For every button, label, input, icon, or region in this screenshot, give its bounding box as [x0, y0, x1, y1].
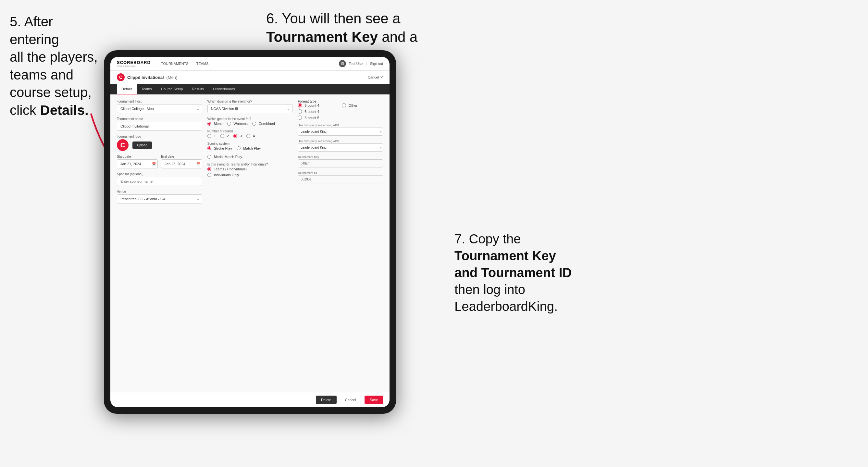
gender-combined-radio[interactable] [252, 122, 256, 126]
tournament-name-field: Tournament name [117, 117, 202, 131]
format-left-col: 5 count 4 6 count 4 6 count 5 [298, 103, 339, 120]
format-6count4[interactable]: 6 count 4 [298, 110, 339, 114]
tournament-logo-icon: C [117, 73, 125, 81]
rounds-radio-group: 1 2 3 4 [208, 134, 293, 138]
gender-mens[interactable]: Mens [208, 122, 223, 126]
end-date-wrapper [161, 159, 202, 168]
individuals-only-radio[interactable] [208, 173, 211, 177]
rounds-3-radio[interactable] [234, 134, 237, 138]
gender-womens-radio[interactable] [227, 122, 231, 126]
tab-bar: Details Teams Course Setup Results Leade… [111, 84, 390, 94]
live-scoring1-field: Use third-party live scoring API? × [298, 124, 383, 136]
nav-teams[interactable]: TEAMS [196, 62, 209, 66]
annotation-copy-key: Tournament Key and Tournament ID [455, 249, 571, 280]
annotation-bottom-right: 7. Copy the Tournament Key and Tournamen… [455, 230, 636, 315]
teams-individuals-radio[interactable] [208, 167, 211, 171]
tournament-name-label: Tournament name [117, 117, 202, 121]
tournament-host-select[interactable]: Clippd College - Men [117, 104, 202, 113]
form-grid: Tournament Host Clippd College - Men Tou… [117, 100, 383, 204]
rounds-field: Number of rounds 1 2 [208, 129, 293, 138]
format-5count4[interactable]: 5 count 4 [298, 103, 339, 107]
scoring-field: Scoring system Stroke Play Match Play [208, 142, 293, 159]
rounds-3[interactable]: 3 [234, 134, 242, 138]
individuals-only[interactable]: Individuals Only [208, 173, 293, 177]
scoring-stroke-radio[interactable] [208, 146, 211, 150]
format-right-col: Other [342, 103, 383, 120]
format-5count4-radio[interactable] [298, 103, 302, 107]
division-select[interactable]: NCAA Division III [208, 104, 293, 113]
form-section-middle: Which division is the event for? NCAA Di… [208, 100, 293, 204]
save-button[interactable]: Save [365, 396, 383, 404]
tab-course-setup[interactable]: Course Setup [156, 84, 187, 94]
rounds-1[interactable]: 1 [208, 134, 216, 138]
scoring-medal-match-radio[interactable] [208, 155, 211, 159]
tournament-id-field: Tournament ID 302051 [298, 172, 383, 183]
rounds-4-radio[interactable] [246, 134, 250, 138]
tournament-host-select-wrapper: Clippd College - Men [117, 104, 202, 113]
rounds-4[interactable]: 4 [246, 134, 255, 138]
tournament-key-value: b4fb7 [298, 159, 383, 167]
rounds-2-radio[interactable] [220, 134, 224, 138]
tab-teams[interactable]: Teams [137, 84, 156, 94]
annotation-tournament-key: Tournament Key [266, 29, 378, 45]
end-date-input[interactable] [161, 159, 202, 168]
logo-area: SCOREBOARD Powered by clippd [117, 60, 151, 67]
format-other[interactable]: Other [342, 103, 383, 107]
tournament-host-field: Tournament Host Clippd College - Men [117, 100, 202, 113]
teams-individuals[interactable]: Teams (+Individuals) [208, 167, 293, 171]
live-scoring1-clear[interactable]: × [380, 130, 382, 133]
live-scoring2-input[interactable] [298, 144, 383, 152]
start-date-field: Start date [117, 155, 158, 168]
end-date-field: End date [161, 155, 202, 168]
division-select-wrapper: NCAA Division III [208, 104, 293, 113]
annotation-left: 5. After entering all the players, teams… [10, 13, 101, 119]
format-type-section: Format type 5 count 4 6 count 4 [298, 100, 383, 120]
annotation-bold-details: Details. [40, 102, 88, 118]
scoring-stroke[interactable]: Stroke Play [208, 146, 232, 150]
gender-womens[interactable]: Womens [227, 122, 248, 126]
scoring-label: Scoring system [208, 142, 293, 145]
tab-details[interactable]: Details [117, 84, 137, 94]
user-name: Test User [349, 62, 364, 66]
tablet-shell: SCOREBOARD Powered by clippd TOURNAMENTS… [104, 50, 396, 414]
sponsor-label: Sponsor (optional) [117, 172, 202, 176]
gender-combined[interactable]: Combined [252, 122, 275, 126]
rounds-2[interactable]: 2 [220, 134, 229, 138]
live-scoring1-wrapper: × [298, 128, 383, 136]
cancel-button[interactable]: Cancel ✕ [368, 75, 383, 80]
start-date-label: Start date [117, 155, 158, 158]
rounds-1-radio[interactable] [208, 134, 211, 138]
footer-cancel-button[interactable]: Cancel [340, 396, 361, 404]
scoring-match-radio[interactable] [237, 146, 241, 150]
tab-leaderboards[interactable]: Leaderboards [208, 84, 240, 94]
upload-button[interactable]: Upload [132, 142, 152, 149]
sign-out-link[interactable]: Sign out [370, 62, 383, 66]
nav-tournaments[interactable]: TOURNAMENTS [161, 62, 189, 66]
logo-upload-area: C Upload [117, 139, 202, 151]
format-other-radio[interactable] [342, 103, 346, 107]
start-date-input[interactable] [117, 159, 158, 168]
delete-button[interactable]: Delete [316, 396, 337, 404]
format-6count4-radio[interactable] [298, 110, 302, 114]
live-scoring1-label: Use third-party live scoring API? [298, 124, 383, 127]
logo-text: SCOREBOARD [117, 60, 151, 65]
scoring-medal-match[interactable]: Medal Match Play [208, 155, 242, 159]
sub-header: C Clippd Invitational (Men) Cancel ✕ [111, 71, 390, 84]
sub-header-left: C Clippd Invitational (Men) [117, 73, 177, 81]
tournament-name-input[interactable] [117, 122, 202, 131]
tab-results[interactable]: Results [187, 84, 208, 94]
tournament-logo-label: Tournament logo [117, 135, 202, 138]
format-6count5[interactable]: 6 count 5 [298, 116, 339, 120]
live-scoring1-input[interactable] [298, 128, 383, 136]
format-6count5-radio[interactable] [298, 116, 302, 120]
teams-radio-group: Teams (+Individuals) Individuals Only [208, 167, 293, 177]
live-scoring2-clear[interactable]: × [380, 146, 382, 149]
rounds-label: Number of rounds [208, 129, 293, 133]
nav-separator: | [367, 62, 368, 66]
gender-mens-radio[interactable] [208, 122, 211, 126]
date-row: Start date End date [117, 155, 202, 168]
scoring-match[interactable]: Match Play [237, 146, 261, 150]
form-section-right: Format type 5 count 4 6 count 4 [298, 100, 383, 204]
sponsor-input[interactable] [117, 177, 202, 186]
venue-select[interactable]: Peachtree GC - Atlanta - GA [117, 194, 202, 204]
